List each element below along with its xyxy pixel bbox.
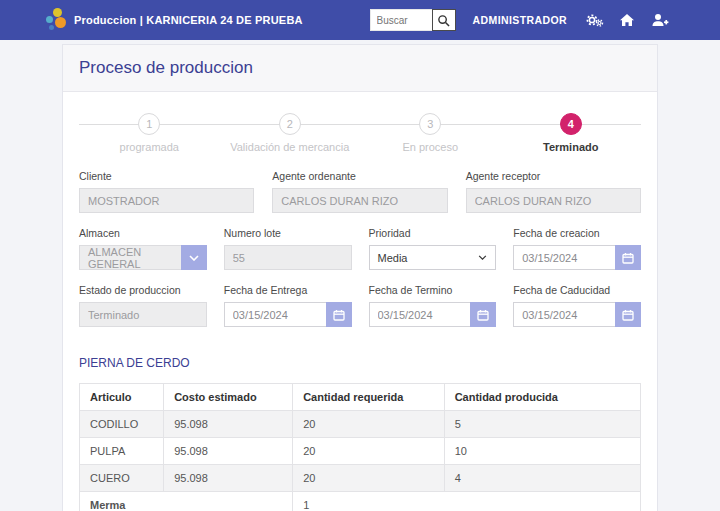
chevron-down-icon <box>189 255 199 261</box>
field-fecha-caducidad: Fecha de Caducidad <box>513 284 641 327</box>
select-caret-icon <box>478 255 487 260</box>
cell-requerida: 20 <box>293 465 444 492</box>
product-name: PIERNA DE CERDO <box>79 356 641 370</box>
step-circle: 1 <box>138 113 160 135</box>
app-logo-icon <box>44 7 68 33</box>
production-process-card: Proceso de produccion 1 programada 2 Val… <box>62 44 658 511</box>
step-label: Validación de mercancia <box>230 141 349 153</box>
col-articulo: Articulo <box>80 384 164 411</box>
field-label: Fecha de Entrega <box>224 284 352 296</box>
page-title: Proceso de produccion <box>79 58 253 77</box>
fecha-caducidad-input[interactable] <box>513 302 615 327</box>
step-circle: 3 <box>419 113 441 135</box>
table-header-row: Articulo Costo estimado Cantidad requeri… <box>80 384 641 411</box>
cell-producida: 5 <box>444 411 640 438</box>
fecha-termino-input[interactable] <box>369 302 471 327</box>
form-row-3: Estado de produccion Fecha de Entrega <box>79 284 641 327</box>
card-body: 1 programada 2 Validación de mercancia 3… <box>63 92 657 511</box>
cliente-input <box>79 188 254 213</box>
almacen-select[interactable]: ALMACEN GENERAL <box>79 245 207 270</box>
table-row: CODILLO 95.098 20 5 <box>80 411 641 438</box>
fecha-creacion-group <box>513 245 641 270</box>
field-estado-produccion: Estado de produccion <box>79 284 207 327</box>
calendar-icon <box>622 309 634 321</box>
top-navbar: Produccion | KARNICERIA 24 DE PRUEBA ADM… <box>0 0 720 40</box>
brand-title: Produccion | KARNICERIA 24 DE PRUEBA <box>74 14 303 26</box>
field-label: Numero lote <box>224 227 352 239</box>
field-label: Almacen <box>79 227 207 239</box>
step-programada: 1 programada <box>79 113 220 153</box>
home-icon[interactable] <box>617 11 637 29</box>
logo-dot <box>53 8 62 17</box>
field-label: Prioridad <box>369 227 497 239</box>
field-label: Estado de produccion <box>79 284 207 296</box>
logo-dot <box>46 16 53 23</box>
merma-label: Merma <box>80 492 293 511</box>
search-button[interactable] <box>432 9 456 31</box>
field-label: Fecha de Caducidad <box>513 284 641 296</box>
fecha-caducidad-calendar-button[interactable] <box>615 302 641 327</box>
calendar-icon <box>622 252 634 264</box>
search-icon <box>437 14 450 27</box>
estado-produccion-input <box>79 302 207 327</box>
step-label: En proceso <box>402 141 458 153</box>
field-agente-ordenante: Agente ordenante <box>272 170 447 213</box>
field-label: Fecha de creacion <box>513 227 641 239</box>
step-validacion: 2 Validación de mercancia <box>220 113 361 153</box>
agente-ordenante-input <box>272 188 447 213</box>
cell-producida: 4 <box>444 465 640 492</box>
fecha-creacion-input[interactable] <box>513 245 615 270</box>
form-row-2: Almacen ALMACEN GENERAL Numero lote Prio… <box>79 227 641 270</box>
fecha-termino-calendar-button[interactable] <box>470 302 496 327</box>
process-stepper: 1 programada 2 Validación de mercancia 3… <box>79 113 641 153</box>
card-header: Proceso de produccion <box>63 45 657 92</box>
field-fecha-creacion: Fecha de creacion <box>513 227 641 270</box>
prioridad-select[interactable]: Media <box>369 245 497 270</box>
table-row: PULPA 95.098 20 10 <box>80 438 641 465</box>
merma-row: Merma 1 <box>80 492 641 511</box>
col-cantidad-producida: Cantidad producida <box>444 384 640 411</box>
cogs-icon[interactable] <box>584 11 604 29</box>
field-label: Agente ordenante <box>272 170 447 182</box>
form-row-1: Cliente Agente ordenante Agente receptor <box>79 170 641 213</box>
cell-articulo: CODILLO <box>80 411 164 438</box>
fecha-entrega-calendar-button[interactable] <box>326 302 352 327</box>
field-label: Agente receptor <box>466 170 641 182</box>
step-label: Terminado <box>543 141 598 153</box>
fecha-termino-group <box>369 302 497 327</box>
cell-costo: 95.098 <box>164 438 293 465</box>
user-plus-icon[interactable] <box>650 11 670 29</box>
fecha-creacion-calendar-button[interactable] <box>615 245 641 270</box>
cell-costo: 95.098 <box>164 465 293 492</box>
field-almacen: Almacen ALMACEN GENERAL <box>79 227 207 270</box>
cell-costo: 95.098 <box>164 411 293 438</box>
fecha-entrega-input[interactable] <box>224 302 326 327</box>
step-circle-active: 4 <box>560 113 582 135</box>
agente-receptor-input <box>466 188 641 213</box>
step-terminado: 4 Terminado <box>501 113 642 153</box>
almacen-value: ALMACEN GENERAL <box>79 245 181 270</box>
field-label: Cliente <box>79 170 254 182</box>
field-fecha-termino: Fecha de Termino <box>369 284 497 327</box>
cell-producida: 10 <box>444 438 640 465</box>
field-fecha-entrega: Fecha de Entrega <box>224 284 352 327</box>
user-menu[interactable]: ADMINISTRADOR <box>473 14 567 26</box>
field-cliente: Cliente <box>79 170 254 213</box>
search-input[interactable] <box>370 9 432 31</box>
calendar-icon <box>333 309 345 321</box>
search-group <box>370 9 456 31</box>
fecha-entrega-group <box>224 302 352 327</box>
merma-value: 1 <box>293 492 641 511</box>
field-prioridad: Prioridad Media <box>369 227 497 270</box>
logo-dot <box>55 17 66 28</box>
almacen-dropdown-button[interactable] <box>181 245 207 270</box>
field-label: Fecha de Termino <box>369 284 497 296</box>
step-circle: 2 <box>279 113 301 135</box>
col-cantidad-requerida: Cantidad requerida <box>293 384 444 411</box>
cell-articulo: PULPA <box>80 438 164 465</box>
prioridad-value: Media <box>378 252 408 264</box>
table-row: CUERO 95.098 20 4 <box>80 465 641 492</box>
calendar-icon <box>477 309 489 321</box>
items-table: Articulo Costo estimado Cantidad requeri… <box>79 383 641 511</box>
field-agente-receptor: Agente receptor <box>466 170 641 213</box>
